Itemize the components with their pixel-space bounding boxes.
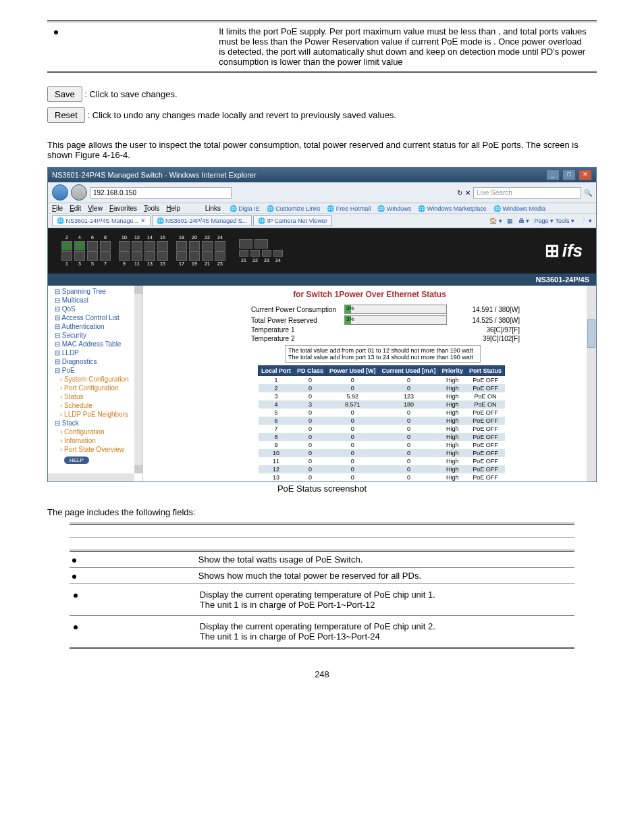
port-icon[interactable] xyxy=(119,241,130,251)
help-button[interactable]: HELP xyxy=(64,457,89,464)
menu-view[interactable]: View xyxy=(88,205,103,212)
port-icon[interactable] xyxy=(202,251,213,261)
feed-icon[interactable]: ▦ xyxy=(507,217,513,224)
sfp-port-icon[interactable] xyxy=(262,250,271,257)
table-cell: PoE OFF xyxy=(466,409,505,417)
port-icon[interactable] xyxy=(61,241,72,251)
reset-button[interactable]: Reset xyxy=(47,107,85,123)
port-icon[interactable] xyxy=(144,251,155,261)
sidebar-item[interactable]: › Schedule xyxy=(51,401,140,410)
port-icon[interactable] xyxy=(100,251,111,261)
port-icon[interactable] xyxy=(202,241,213,251)
main-vscroll[interactable] xyxy=(587,286,596,481)
sidebar-item[interactable]: ⊟ Stack xyxy=(51,419,140,427)
link-item[interactable]: 🌐 Windows xyxy=(377,205,411,212)
sidebar-item[interactable]: ⊟ MAC Address Table xyxy=(51,340,140,348)
back-icon[interactable] xyxy=(52,184,68,201)
url-input[interactable]: 192.168.0.150 xyxy=(90,187,232,199)
menu-help[interactable]: Help xyxy=(166,205,180,212)
link-item[interactable]: 🌐 Windows Marketplace xyxy=(418,205,487,212)
sidebar-item[interactable]: ⊟ Multicast xyxy=(51,296,140,305)
maximize-icon[interactable]: □ xyxy=(562,170,576,180)
port-icon[interactable] xyxy=(189,241,200,251)
port-icon[interactable] xyxy=(132,251,142,261)
sfp-port-icon[interactable] xyxy=(273,250,283,257)
port-icon[interactable] xyxy=(119,251,130,261)
sfp-port-icon[interactable] xyxy=(239,239,252,249)
sidebar-item[interactable]: ⊟ Access Control List xyxy=(51,313,140,322)
sidebar-item[interactable]: ⊟ QoS xyxy=(51,305,140,313)
sidebar-item[interactable]: ⊟ Spanning Tree xyxy=(51,287,140,296)
sidebar-hscroll[interactable] xyxy=(48,473,134,481)
port-icon[interactable] xyxy=(176,251,187,261)
menu-tools[interactable]: Tools xyxy=(144,205,159,212)
sidebar-item[interactable]: › Port State Overview xyxy=(51,445,140,454)
table-row: 7000HighPoE OFF xyxy=(259,425,505,433)
browser-tab[interactable]: 🌐 NS3601-24P/4S Managed S... xyxy=(152,215,252,226)
browser-tab[interactable]: 🌐 NS3601-24P/4S Manage... ✕ xyxy=(52,215,151,226)
menu-file[interactable]: File xyxy=(52,205,63,212)
sfp-port-icon[interactable] xyxy=(250,250,260,257)
save-button[interactable]: Save xyxy=(47,86,82,102)
sidebar-item[interactable]: ⊟ Authentication xyxy=(51,322,140,331)
port-icon[interactable] xyxy=(87,241,98,251)
port-pair: 10 9 xyxy=(119,235,130,267)
table-cell: 8 xyxy=(259,433,294,441)
forward-icon[interactable] xyxy=(71,184,87,201)
stat-label: Total Power Reserved xyxy=(251,317,339,324)
port-icon[interactable] xyxy=(74,241,85,251)
sfp-port-icon[interactable] xyxy=(254,239,268,249)
port-icon[interactable] xyxy=(189,251,200,261)
sidebar-item[interactable]: ⊟ PoE xyxy=(51,366,140,375)
fields-intro: The page includes the following fields: xyxy=(47,507,597,517)
sidebar-item[interactable]: › Configuration xyxy=(51,427,140,436)
port-pair: 14 13 xyxy=(144,235,155,267)
sidebar-vscroll[interactable] xyxy=(134,286,142,473)
sidebar-item[interactable]: ⊟ LLDP xyxy=(51,348,140,357)
search-input[interactable]: Live Search xyxy=(473,187,581,199)
port-icon[interactable] xyxy=(74,251,85,261)
sidebar-item[interactable]: › LLDP PoE Neighbors xyxy=(51,410,140,419)
minimize-icon[interactable]: _ xyxy=(546,170,560,180)
print-icon[interactable]: 🖶 xyxy=(518,217,525,224)
refresh-icon[interactable]: ↻ xyxy=(457,189,462,197)
help-icon[interactable]: ❔ xyxy=(579,217,587,224)
page-tools[interactable]: 🏠 ▾ ▦ 🖶 ▾ Page ▾ Tools ▾ ❔ ▾ xyxy=(489,217,592,224)
table-row: 8000HighPoE OFF xyxy=(259,433,505,441)
port-icon[interactable] xyxy=(144,241,155,251)
port-icon[interactable] xyxy=(100,241,111,251)
browser-tab[interactable]: 🌐 IP Camera Net Viewer xyxy=(253,215,332,226)
sidebar-item[interactable]: ⊟ Diagnostics xyxy=(51,357,140,366)
table-cell: 3 xyxy=(294,400,327,409)
port-icon[interactable] xyxy=(176,241,187,251)
close-icon[interactable]: ✕ xyxy=(579,170,592,180)
sfp-port-icon[interactable] xyxy=(239,250,248,257)
port-icon[interactable] xyxy=(157,241,168,251)
search-icon[interactable]: 🔍 xyxy=(584,189,592,197)
port-icon[interactable] xyxy=(87,251,98,261)
link-item[interactable]: 🌐 Customize Links xyxy=(267,205,321,212)
save-desc: : Click to save changes. xyxy=(84,89,177,99)
port-icon[interactable] xyxy=(215,251,225,261)
sidebar-item[interactable]: › Infomation xyxy=(51,436,140,445)
sidebar-item[interactable]: › Port Configuration xyxy=(51,384,140,392)
table-cell: 0 xyxy=(294,384,327,392)
table-cell: PoE OFF xyxy=(466,425,505,433)
port-icon[interactable] xyxy=(157,251,168,261)
menu-favorites[interactable]: Favorites xyxy=(109,205,137,212)
sidebar-item[interactable]: › System Configuration xyxy=(51,375,140,384)
link-item[interactable]: 🌐 Windows Media xyxy=(493,205,545,212)
port-pair: 8 7 xyxy=(100,235,111,267)
home-icon[interactable]: 🏠 xyxy=(489,217,497,224)
port-icon[interactable] xyxy=(132,241,142,251)
link-item[interactable]: 🌐 Digia IE xyxy=(230,205,260,212)
menu-edit[interactable]: Edit xyxy=(70,205,81,212)
stop-icon[interactable]: ✕ xyxy=(465,189,471,197)
port-icon[interactable] xyxy=(61,251,72,261)
port-icon[interactable] xyxy=(215,241,225,251)
link-item[interactable]: 🌐 Free Hotmail xyxy=(327,205,371,212)
sidebar-item[interactable]: › Status xyxy=(51,392,140,401)
sidebar-item[interactable]: ⊟ Security xyxy=(51,331,140,340)
table-cell: High xyxy=(439,441,466,449)
table-cell: PoE OFF xyxy=(466,449,505,457)
